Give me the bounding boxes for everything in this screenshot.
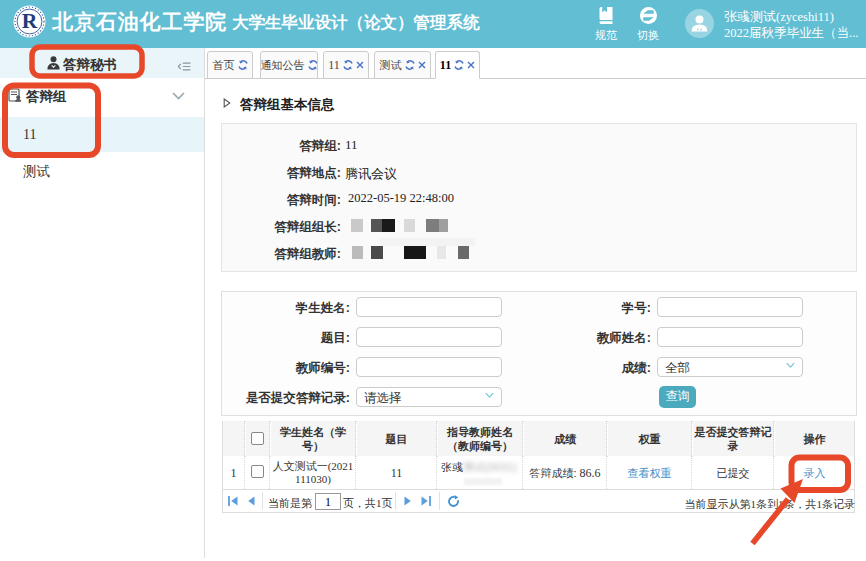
svg-text:R: R [22, 10, 39, 33]
